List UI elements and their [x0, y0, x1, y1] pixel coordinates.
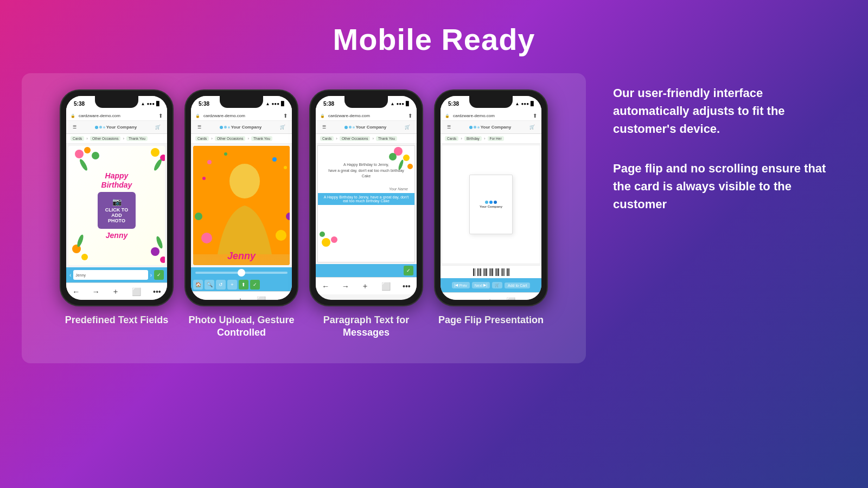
back-icon[interactable]: ← [446, 297, 454, 300]
square-icon[interactable]: ⬜ [506, 297, 515, 300]
back-icon[interactable]: ← [197, 296, 205, 300]
phone-4-screen: 5:38 ▲ ●●● ▉ 🔒 cardzware-demo.com ⬆ [441, 96, 541, 300]
rotate-btn[interactable]: ↺ [216, 280, 226, 290]
prev-btn[interactable]: |◀ Prev [452, 282, 470, 288]
svg-point-10 [160, 256, 165, 263]
menu-icon: ☰ [447, 125, 451, 130]
phone-2-jenny-text: Jenny [227, 251, 256, 262]
slider-thumb [238, 269, 245, 277]
phone-2-screen: 5:38 ▲ ●●● ▉ 🔒 cardzware-demo.com ⬆ [191, 96, 292, 300]
forward-icon[interactable]: → [217, 296, 225, 300]
chevron-icon: › [336, 136, 337, 141]
back-icon[interactable]: ← [72, 287, 80, 296]
breadcrumb-item: Cards [195, 136, 209, 141]
home-btn[interactable]: 🏠 [193, 280, 203, 290]
forward-icon[interactable]: → [467, 297, 474, 300]
main-content: 5:38 ▲ ●●● ▉ 🔒 cardzware-demo.com ⬆ [0, 73, 868, 363]
message-line3: Cake [362, 174, 371, 178]
phone-4-icons: ▲ ●●● ▉ [515, 101, 534, 106]
plus-icon[interactable]: ＋ [486, 297, 494, 300]
b1 [473, 268, 474, 276]
chevron-icon: › [123, 136, 124, 141]
forward-icon[interactable]: → [92, 287, 100, 296]
more-btn[interactable]: + [227, 280, 237, 290]
phone-3: 5:38 ▲ ●●● ▉ 🔒 cardzware-demo.com ⬆ [309, 89, 423, 306]
svg-point-6 [153, 158, 163, 172]
forward-icon[interactable]: → [342, 282, 349, 291]
svg-point-19 [229, 164, 260, 198]
phone-3-reply-bar: A Happy Birthday to Jenny, have a great … [318, 193, 414, 205]
phone-1-card-birthday: Happy Birthday 📷 CLICK TOADDPHOTO Jenny [68, 146, 165, 265]
add-to-cart-btn[interactable]: Add to Cart [505, 282, 530, 288]
b24 [507, 268, 508, 276]
phone-2-icons: ▲ ●●● ▉ [266, 101, 284, 106]
dots-icon[interactable]: ••• [527, 297, 535, 300]
phone-1-add-photo[interactable]: 📷 CLICK TOADDPHOTO [98, 192, 136, 229]
cart-icon-btn[interactable]: 🛒 [492, 282, 502, 288]
phone-1-confirm-btn[interactable]: ✓ [154, 270, 164, 280]
phone-4-address-bar: 🔒 cardzware-demo.com ⬆ [441, 111, 541, 121]
phone-3-btn-bar: ✓ [316, 264, 417, 277]
phone-wrapper-4: 5:38 ▲ ●●● ▉ 🔒 cardzware-demo.com ⬆ [434, 89, 548, 339]
b11 [488, 268, 489, 276]
phone-3-confirm-btn[interactable]: ✓ [404, 266, 413, 275]
plus-icon[interactable]: ＋ [361, 281, 369, 291]
phone-4: 5:38 ▲ ●●● ▉ 🔒 cardzware-demo.com ⬆ [434, 89, 548, 306]
wifi-icon: ▲ [391, 101, 395, 106]
phone-3-breadcrumb: Cards › Other Occasions › Thank You [316, 134, 417, 144]
b13 [490, 268, 492, 276]
logo-dots [485, 201, 497, 204]
svg-point-18 [202, 177, 206, 180]
phone-wrapper-1: 5:38 ▲ ●●● ▉ 🔒 cardzware-demo.com ⬆ [60, 89, 174, 339]
breadcrumb-item: Birthday [464, 136, 482, 141]
plus-icon[interactable]: ＋ [112, 287, 119, 297]
phone-2-time: 5:38 [199, 101, 209, 107]
battery-icon: ▉ [531, 101, 534, 106]
square-icon[interactable]: ⬜ [257, 296, 266, 300]
phone-4-notch [469, 96, 513, 108]
phone-1-screen: 5:38 ▲ ●●● ▉ 🔒 cardzware-demo.com ⬆ [66, 96, 167, 300]
upload-btn[interactable]: ⬆ [239, 280, 248, 290]
breadcrumb-item: Thank You [126, 136, 148, 141]
wifi-icon: ▲ [515, 101, 520, 106]
breadcrumb-item: Cards [71, 136, 84, 141]
zoom-btn[interactable]: 🔍 [205, 280, 214, 290]
phone-2-url: cardzware-demo.com [203, 113, 245, 118]
phone-3-bottom-bar: ← → ＋ ⬜ ••• [316, 277, 417, 294]
logo-text: Your Company [480, 205, 502, 208]
b20 [501, 268, 502, 276]
right-arrow-icon: › [150, 272, 152, 278]
dots-icon[interactable]: ••• [278, 296, 286, 300]
plus-icon[interactable]: ＋ [237, 296, 244, 300]
company-logo: Your Company [480, 201, 502, 208]
phone-2-person-area: Birthday [193, 146, 290, 265]
breadcrumb-item: Thank You [251, 136, 272, 141]
square-icon[interactable]: ⬜ [132, 287, 141, 296]
dots-icon[interactable]: ••• [403, 282, 411, 291]
breadcrumb-item: Cards [445, 136, 458, 141]
phone-wrapper-3: 5:38 ▲ ●●● ▉ 🔒 cardzware-demo.com ⬆ [309, 89, 423, 339]
b23 [505, 268, 506, 276]
svg-point-12 [155, 235, 164, 249]
cart-icon: 🛒 [155, 125, 161, 130]
svg-point-3 [151, 148, 159, 157]
phone-3-flowers-bottom [318, 221, 350, 248]
cart-icon: 🛒 [405, 125, 410, 130]
share-icon: ⬆ [158, 113, 163, 119]
photo-slider[interactable] [195, 272, 288, 274]
svg-point-30 [331, 236, 337, 243]
b15 [494, 268, 495, 276]
back-icon[interactable]: ← [322, 282, 329, 291]
phone-1-text-input[interactable]: Jenny [73, 270, 148, 280]
phone-2-caption: Photo Upload, Gesture Controlled [187, 314, 296, 339]
svg-point-22 [195, 213, 202, 220]
b2 [475, 268, 475, 276]
next-btn[interactable]: Next ▶| [472, 282, 490, 288]
signal-icon: ●●● [272, 101, 280, 106]
barcode [473, 268, 509, 276]
confirm-btn[interactable]: ✓ [250, 280, 260, 290]
phone-2-notch [220, 96, 263, 108]
square-icon[interactable]: ⬜ [381, 282, 391, 291]
b17 [496, 268, 497, 276]
dots-icon[interactable]: ••• [153, 287, 161, 296]
